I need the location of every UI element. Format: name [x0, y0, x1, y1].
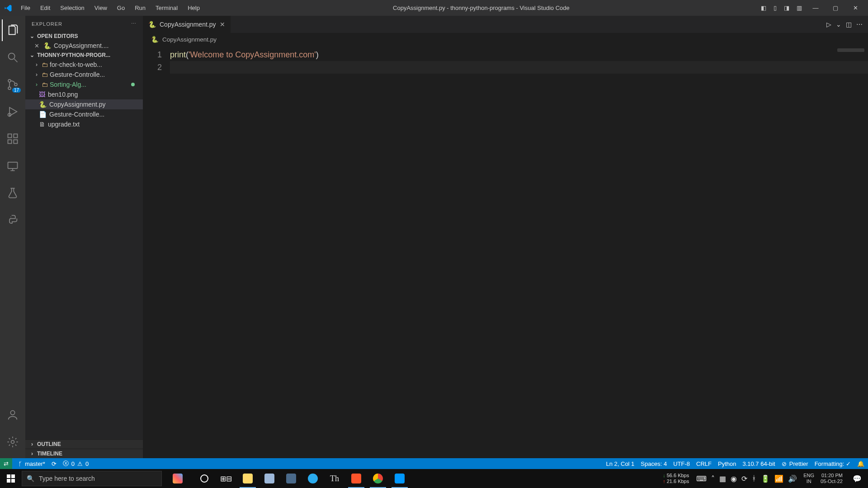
svg-point-10	[10, 411, 14, 415]
task-view-icon[interactable]: ⊞⊟	[215, 469, 237, 488]
python-env-icon[interactable]	[2, 209, 24, 231]
file-name: Gesture-Controlle...	[49, 111, 104, 118]
volume-icon[interactable]: 🔊	[788, 474, 797, 483]
folder-icon: 🗀	[42, 81, 48, 88]
timeline-header[interactable]: › TIMELINE	[25, 449, 143, 458]
menu-edit[interactable]: Edit	[36, 3, 55, 13]
sidebar-more-icon[interactable]: ⋯	[131, 21, 137, 27]
outline-header[interactable]: › OUTLINE	[25, 439, 143, 449]
svg-rect-9	[8, 162, 18, 169]
breadcrumb[interactable]: 🐍 CopyAssignment.py	[143, 33, 868, 46]
more-actions-icon[interactable]: ⋯	[856, 21, 863, 28]
open-editor-item[interactable]: ✕ 🐍 CopyAssignment....	[25, 41, 143, 51]
minimap[interactable]	[837, 48, 864, 52]
wifi-icon[interactable]: 📶	[774, 474, 783, 483]
code-editor[interactable]: 1 2 print('Welcome to CopyAssignment.com…	[143, 46, 868, 458]
open-editors-header[interactable]: ⌄ OPEN EDITORS	[25, 32, 143, 41]
vscode-taskbar-icon[interactable]	[389, 469, 410, 488]
run-dropdown-icon[interactable]: ⌄	[836, 21, 841, 28]
folder-item[interactable]: › 🗀 for-check-to-web...	[25, 60, 143, 70]
menu-file[interactable]: File	[16, 3, 35, 13]
formatting-status[interactable]: Formatting: ✓	[815, 460, 851, 467]
vscode-logo-icon	[4, 4, 13, 13]
menu-view[interactable]: View	[90, 3, 112, 13]
testing-icon[interactable]	[2, 182, 24, 204]
accounts-icon[interactable]	[2, 404, 24, 426]
prettier-status[interactable]: ⊘ Prettier	[782, 460, 808, 467]
widgets-button[interactable]	[162, 474, 193, 483]
menu-run[interactable]: Run	[130, 3, 150, 13]
language-indicator[interactable]: ENG IN	[801, 473, 817, 484]
encoding[interactable]: UTF-8	[673, 460, 690, 467]
file-item[interactable]: 📄 Gesture-Controlle...	[25, 109, 143, 119]
telegram-icon[interactable]	[302, 469, 324, 488]
settings-gear-icon[interactable]	[2, 431, 24, 453]
taskbar-clock[interactable]: 01:20 PM 05-Oct-22	[817, 473, 846, 484]
toggle-panel-icon[interactable]: ▯	[771, 3, 779, 13]
workspace-header[interactable]: ⌄ THONNY-PYTHON-PROGR...	[25, 51, 143, 60]
close-editor-icon[interactable]: ✕	[34, 42, 41, 49]
editor-tab[interactable]: 🐍 CopyAssignment.py ✕	[143, 16, 231, 33]
image-file-icon: 🖼	[39, 91, 45, 98]
customize-layout-icon[interactable]: ▥	[794, 3, 805, 13]
menu-selection[interactable]: Selection	[56, 3, 89, 13]
search-icon[interactable]	[2, 47, 24, 68]
toggle-secondary-sidebar-icon[interactable]: ◨	[781, 3, 792, 13]
chevron-right-icon: ›	[29, 441, 35, 447]
start-button[interactable]	[0, 469, 22, 488]
remote-explorer-icon[interactable]	[2, 155, 24, 177]
notifications-icon[interactable]: 🔔	[857, 460, 864, 467]
file-item[interactable]: 🗎 upgrade.txt	[25, 119, 143, 129]
tray-app-icon[interactable]: ▦	[719, 474, 726, 483]
run-debug-icon[interactable]	[2, 101, 24, 122]
updates-tray-icon[interactable]: ⟳	[741, 474, 747, 483]
extensions-icon[interactable]	[2, 128, 24, 150]
git-branch[interactable]: ᚶ master*	[19, 460, 45, 467]
eol[interactable]: CRLF	[696, 460, 712, 467]
thonny-icon[interactable]: Th	[324, 469, 345, 488]
menu-help[interactable]: Help	[183, 3, 204, 13]
explorer-icon[interactable]	[2, 19, 24, 41]
indentation[interactable]: Spaces: 4	[641, 460, 667, 467]
chrome-tray-icon[interactable]: ◉	[731, 474, 737, 483]
file-explorer-icon[interactable]	[237, 469, 259, 488]
folder-item[interactable]: › 🗀 Sorting-Alg...	[25, 80, 143, 89]
language-mode[interactable]: Python	[718, 460, 736, 467]
minimize-button[interactable]: —	[807, 3, 825, 13]
python-interpreter[interactable]: 3.10.7 64-bit	[742, 460, 775, 467]
cortana-icon[interactable]	[193, 469, 215, 488]
run-file-icon[interactable]: ▷	[826, 21, 831, 28]
svg-rect-8	[14, 140, 17, 143]
bluetooth-icon[interactable]: ᚼ	[752, 474, 756, 483]
touch-keyboard-icon[interactable]: ⌨	[696, 474, 707, 483]
taskbar-search[interactable]: 🔍 Type here to search	[22, 471, 162, 486]
python-file-icon: 🐍	[43, 42, 51, 49]
svg-rect-6	[14, 134, 17, 138]
breadcrumb-file: CopyAssignment.py	[162, 36, 217, 43]
folder-item[interactable]: › 🗀 Gesture-Controlle...	[25, 70, 143, 80]
calculator-icon[interactable]	[280, 469, 302, 488]
action-center-icon[interactable]: 💬	[846, 469, 868, 488]
menu-terminal[interactable]: Terminal	[151, 3, 182, 13]
file-icon: 📄	[39, 111, 47, 118]
notepad-icon[interactable]	[259, 469, 280, 488]
brave-icon[interactable]	[345, 469, 367, 488]
close-window-button[interactable]: ✕	[846, 3, 864, 13]
split-editor-icon[interactable]: ◫	[846, 21, 852, 28]
file-item[interactable]: 🖼 ben10.png	[25, 89, 143, 99]
close-tab-icon[interactable]: ✕	[220, 21, 225, 28]
code-content[interactable]: print('Welcome to CopyAssignment.com')	[170, 46, 868, 458]
cursor-position[interactable]: Ln 2, Col 1	[606, 460, 634, 467]
chrome-icon[interactable]	[367, 469, 389, 488]
file-item[interactable]: 🐍 CopyAssignment.py	[25, 99, 143, 109]
menu-go[interactable]: Go	[113, 3, 129, 13]
remote-indicator-icon[interactable]: ⇄	[0, 458, 12, 469]
problems[interactable]: ⓧ 0 ⚠ 0	[63, 460, 89, 468]
source-control-icon[interactable]: 17	[2, 74, 24, 95]
maximize-button[interactable]: ▢	[826, 3, 844, 13]
toggle-primary-sidebar-icon[interactable]: ◧	[758, 3, 769, 13]
file-name: ben10.png	[48, 91, 78, 98]
sync-icon[interactable]: ⟳	[52, 460, 57, 467]
battery-icon[interactable]: 🔋	[761, 474, 770, 483]
tray-chevron-icon[interactable]: ˄	[711, 474, 715, 483]
